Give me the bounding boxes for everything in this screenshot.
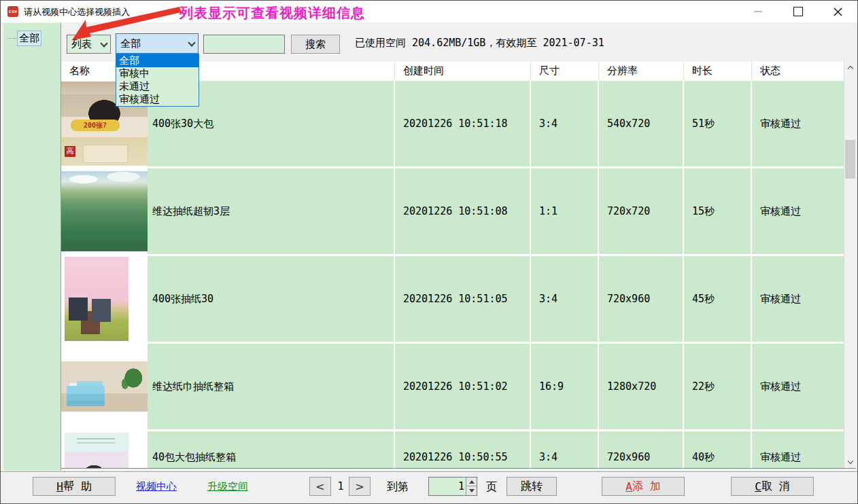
cell-status: 审核通过 <box>752 81 844 166</box>
search-button[interactable]: 搜索 <box>291 35 340 54</box>
status-filter-value: 全部 <box>116 37 186 50</box>
minimize-button[interactable] <box>742 1 773 22</box>
cell-duration: 51秒 <box>684 81 751 166</box>
app-icon: csv <box>7 6 18 17</box>
main-panel: 列表 全部 全部审核中未通过审核通过 搜索 已使用空间 204.62MB/1GB… <box>61 23 857 471</box>
cell-resolution: 1280x720 <box>599 344 683 429</box>
cell-size: 1:1 <box>531 168 598 254</box>
title-bar: csv 请从视频中心选择视频插入 列表显示可查看视频详细信息 <box>1 1 857 22</box>
accel-text: C <box>755 480 761 493</box>
column-header-3[interactable]: 分辨率 <box>599 62 684 80</box>
chevron-down-icon <box>186 42 198 46</box>
cell-status: 审核通过 <box>752 256 844 342</box>
chevron-down-icon <box>847 458 853 464</box>
status-filter-dropdown[interactable]: 全部 <box>116 33 199 54</box>
cell-resolution: 720x960 <box>599 256 683 342</box>
cell-name: 400张抽纸30 <box>148 256 394 342</box>
accel-text: H <box>56 480 63 493</box>
cell-created: 20201226 10:51:02 <box>395 344 530 429</box>
close-button[interactable] <box>823 1 853 22</box>
thumbnail-badge: 200张? <box>71 120 120 131</box>
current-page: 1 <box>336 480 345 492</box>
cell-size: 3:4 <box>531 81 598 166</box>
cell-duration: 45秒 <box>684 256 751 342</box>
page-unit-label: 页 <box>486 480 497 494</box>
page-number-input[interactable] <box>429 478 464 495</box>
jump-button[interactable]: 跳转 <box>507 477 557 496</box>
upgrade-space-link[interactable]: 升级空间 <box>207 480 248 493</box>
video-center-link[interactable]: 视频中心 <box>136 480 177 493</box>
scroll-down-button[interactable] <box>844 456 856 468</box>
table-body: 200张?高400张30大包20201226 10:51:183:4540x72… <box>61 80 844 468</box>
filter-dropdown-list: 全部审核中未通过审核通过 <box>116 54 199 107</box>
cell-duration: 40秒 <box>684 431 751 468</box>
help-button[interactable]: H帮 助 <box>33 477 116 496</box>
minimize-icon <box>754 11 762 12</box>
view-mode-dropdown[interactable]: 列表 <box>67 35 111 54</box>
video-thumbnail <box>65 433 128 468</box>
filter-option[interactable]: 未通过 <box>116 80 199 93</box>
spin-down-button[interactable] <box>466 486 477 495</box>
button-label: 帮 助 <box>63 480 92 494</box>
sidebar-item-label: 全部 <box>17 31 41 46</box>
vertical-scrollbar[interactable] <box>844 62 856 468</box>
sidebar-item-all[interactable]: 全部 <box>7 31 41 46</box>
video-thumbnail <box>65 257 128 341</box>
filter-option[interactable]: 审核通过 <box>116 93 199 106</box>
table-row[interactable]: 40包大包抽纸整箱20201226 10:50:553:4720x96040秒审… <box>61 431 844 468</box>
column-header-5[interactable]: 状态 <box>752 62 844 80</box>
prev-page-button[interactable]: < <box>309 477 331 496</box>
video-thumbnail <box>61 361 148 412</box>
scrollbar-thumb[interactable] <box>845 140 855 179</box>
cell-created: 20201226 10:51:08 <box>395 168 530 254</box>
cell-resolution: 720x960 <box>599 431 683 468</box>
annotation-text: 列表显示可查看视频详细信息 <box>179 4 365 22</box>
maximize-icon <box>793 7 803 16</box>
next-page-button[interactable]: > <box>349 477 371 496</box>
button-label: 取 消 <box>761 480 790 494</box>
category-sidebar: 全部 <box>3 23 61 471</box>
table-row[interactable]: 400张抽纸3020201226 10:51:053:4720x96045秒审核… <box>61 256 844 342</box>
goto-label: 到第 <box>387 480 409 494</box>
search-input[interactable] <box>203 35 285 54</box>
thumbnail-cell <box>61 256 148 342</box>
close-icon <box>834 7 842 16</box>
window-title: 请从视频中心选择视频插入 <box>24 6 130 18</box>
cell-created: 20201226 10:50:55 <box>395 431 530 468</box>
column-header-1[interactable]: 创建时间 <box>395 62 531 80</box>
thumbnail-cell <box>61 344 148 429</box>
cell-name: 维达抽纸超韧3层 <box>148 168 394 254</box>
chevron-down-icon <box>98 43 110 46</box>
thumbnail-stamp: 高 <box>65 146 75 157</box>
cell-status: 审核通过 <box>752 431 844 468</box>
storage-info: 已使用空间 204.62MB/1GB，有效期至 2021-07-31 <box>355 37 604 50</box>
cell-size: 3:4 <box>531 256 598 342</box>
thumbnail-cell <box>61 431 148 468</box>
cell-duration: 22秒 <box>684 344 751 429</box>
thumbnail-cell <box>61 168 148 254</box>
table-row[interactable]: 维达抽纸超韧3层20201226 10:51:081:1720x72015秒审核… <box>61 168 844 254</box>
scroll-up-button[interactable] <box>844 62 856 73</box>
cell-size: 3:4 <box>531 431 598 468</box>
footer-bar: H帮 助 视频中心 升级空间 < 1 > 到第 页 跳转 A添 加 C取 消 <box>1 471 857 503</box>
tree-connector-icon <box>7 38 16 39</box>
column-header-0[interactable]: 名称 <box>61 62 395 80</box>
column-header-4[interactable]: 时长 <box>684 62 752 80</box>
column-header-2[interactable]: 尺寸 <box>531 62 599 80</box>
maximize-button[interactable] <box>783 1 813 22</box>
add-button[interactable]: A添 加 <box>602 477 685 496</box>
cell-resolution: 540x720 <box>599 81 683 166</box>
table-row[interactable]: 维达纸巾抽纸整箱20201226 10:51:0216:91280x72022秒… <box>61 344 844 429</box>
video-table: 名称创建时间尺寸分辨率时长状态 200张?高400张30大包20201226 1… <box>61 62 856 469</box>
accel-text: A <box>625 480 632 493</box>
filter-option[interactable]: 审核中 <box>116 67 199 80</box>
cancel-button[interactable]: C取 消 <box>731 477 814 496</box>
cell-created: 20201226 10:51:05 <box>395 256 530 342</box>
cell-name: 40包大包抽纸整箱 <box>148 431 394 468</box>
cell-resolution: 720x720 <box>599 168 683 254</box>
cell-created: 20201226 10:51:18 <box>395 81 530 166</box>
filter-option[interactable]: 全部 <box>116 54 199 67</box>
toolbar: 列表 全部 全部审核中未通过审核通过 搜索 已使用空间 204.62MB/1GB… <box>61 23 857 62</box>
spin-up-button[interactable] <box>466 478 477 486</box>
cell-status: 审核通过 <box>752 168 844 254</box>
